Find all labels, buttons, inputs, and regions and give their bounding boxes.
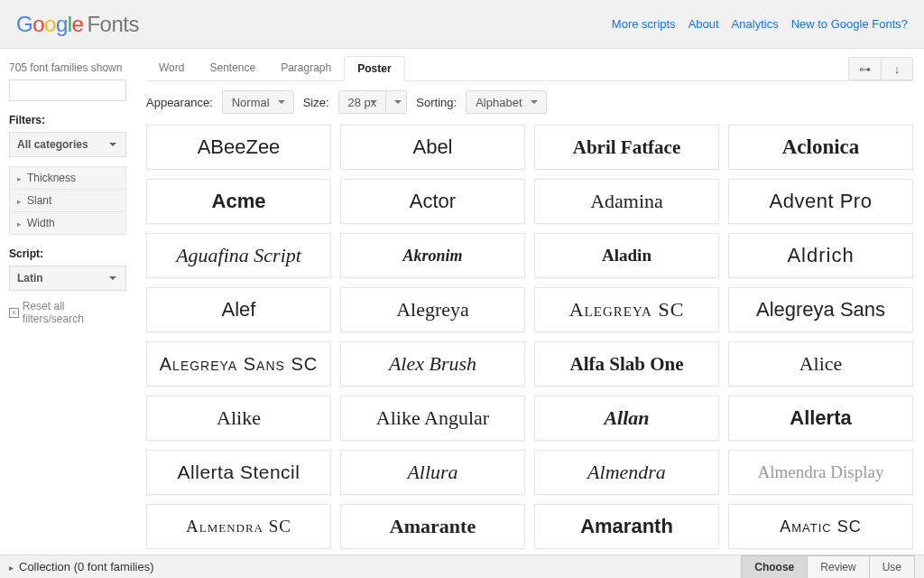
header-links: More scripts About Analytics New to Goog… — [612, 17, 908, 31]
filters-heading: Filters: — [9, 114, 126, 126]
font-card[interactable]: Adamina — [534, 179, 719, 224]
font-card[interactable]: Actor — [340, 179, 525, 224]
link-about[interactable]: About — [688, 17, 719, 31]
filter-width[interactable]: Width — [10, 212, 125, 234]
font-card[interactable]: Amaranth — [534, 504, 719, 549]
font-card[interactable]: Aladin — [534, 233, 719, 278]
tab-poster[interactable]: Poster — [344, 56, 404, 81]
font-card[interactable]: Allura — [340, 450, 525, 495]
font-card[interactable]: Almendra SC — [146, 504, 331, 549]
font-card[interactable]: Advent Pro — [728, 179, 913, 224]
size-label: Size: — [303, 96, 329, 109]
filter-accordion: Thickness Slant Width — [9, 166, 126, 235]
font-card[interactable]: Alex Brush — [340, 341, 525, 387]
script-dropdown[interactable]: Latin — [9, 266, 126, 291]
close-icon: × — [9, 308, 19, 318]
font-card[interactable]: Alice — [728, 341, 913, 387]
categories-dropdown[interactable]: All categories — [9, 132, 126, 157]
choose-button[interactable]: Choose — [741, 555, 808, 579]
font-card[interactable]: Amarante — [340, 504, 525, 549]
tabs-row: WordSentenceParagraphPoster ⊶ ↓ — [146, 49, 913, 81]
reset-filters[interactable]: × Reset all filters/search — [9, 300, 126, 325]
font-grid: ABeeZeeAbelAbril FatfaceAclonicaAcmeActo… — [146, 125, 913, 549]
link-more-scripts[interactable]: More scripts — [612, 17, 676, 31]
font-card[interactable]: Alfa Slab One — [534, 341, 719, 387]
font-card[interactable]: Alef — [146, 287, 331, 332]
font-card[interactable]: Akronim — [340, 233, 525, 278]
content: WordSentenceParagraphPoster ⊶ ↓ Appearan… — [135, 49, 924, 555]
family-count: 705 font families shown — [9, 61, 126, 74]
use-button[interactable]: Use — [869, 555, 915, 579]
logo[interactable]: GoogleFonts — [16, 12, 139, 37]
font-card[interactable]: Alike — [146, 396, 331, 441]
script-heading: Script: — [9, 247, 126, 260]
controls: Appearance: Normal Size: 28 px Sorting: … — [146, 81, 913, 125]
size-value[interactable]: 28 px — [338, 90, 387, 114]
font-card[interactable]: Alegreya Sans SC — [146, 341, 331, 387]
font-card[interactable]: Abril Fatface — [534, 125, 719, 170]
footer: Collection (0 font families) Choose Revi… — [0, 555, 924, 578]
font-card[interactable]: Alegreya — [340, 287, 525, 332]
size-stepper[interactable] — [386, 90, 407, 114]
link-icon[interactable]: ⊶ — [848, 57, 881, 80]
reset-label: Reset all filters/search — [23, 300, 126, 325]
appearance-select[interactable]: Normal — [222, 90, 294, 114]
link-new-to-fonts[interactable]: New to Google Fonts? — [791, 17, 908, 31]
font-card[interactable]: ABeeZee — [146, 125, 331, 170]
font-card[interactable]: Amatic SC — [728, 504, 913, 549]
font-card[interactable]: Aldrich — [728, 233, 913, 278]
sorting-select[interactable]: Alphabet — [466, 90, 546, 114]
collection-label[interactable]: Collection (0 font families) — [9, 560, 154, 573]
font-card[interactable]: Almendra — [534, 450, 719, 495]
review-button[interactable]: Review — [807, 555, 869, 579]
footer-buttons: Choose Review Use — [742, 555, 915, 579]
header: GoogleFonts More scripts About Analytics… — [0, 0, 924, 49]
font-card[interactable]: Almendra Display — [728, 450, 913, 495]
font-card[interactable]: Alegreya SC — [534, 287, 719, 332]
search-input[interactable] — [9, 79, 126, 101]
font-card[interactable]: Alegreya Sans — [728, 287, 913, 332]
tab-word[interactable]: Word — [146, 56, 197, 80]
view-options: ⊶ ↓ — [848, 57, 913, 80]
font-card[interactable]: Acme — [146, 179, 331, 224]
appearance-label: Appearance: — [146, 96, 213, 109]
font-card[interactable]: Abel — [340, 125, 525, 170]
filter-slant[interactable]: Slant — [10, 190, 125, 212]
link-analytics[interactable]: Analytics — [732, 17, 779, 31]
font-card[interactable]: Alike Angular — [340, 396, 525, 441]
download-icon[interactable]: ↓ — [881, 57, 913, 80]
filter-thickness[interactable]: Thickness — [10, 167, 125, 190]
tab-sentence[interactable]: Sentence — [197, 56, 268, 80]
tab-paragraph[interactable]: Paragraph — [268, 56, 344, 80]
sidebar: 705 font families shown Filters: All cat… — [0, 49, 135, 555]
font-card[interactable]: Allan — [534, 396, 719, 441]
font-card[interactable]: Allerta — [728, 396, 913, 441]
logo-product: Fonts — [87, 12, 139, 36]
font-card[interactable]: Aguafina Script — [146, 233, 331, 278]
font-card[interactable]: Aclonica — [728, 125, 913, 170]
sorting-label: Sorting: — [416, 96, 457, 109]
font-card[interactable]: Allerta Stencil — [146, 450, 331, 495]
